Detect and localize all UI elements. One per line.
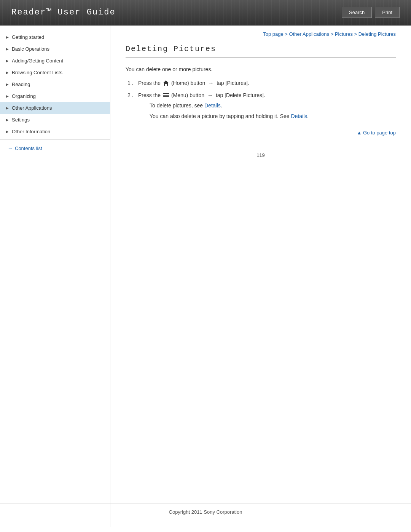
sidebar-item-other-information[interactable]: ▶ Other Information xyxy=(0,126,110,137)
step-2-detail2-suffix: . xyxy=(307,113,309,119)
breadcrumb: Top page > Other Applications > Pictures… xyxy=(126,31,396,37)
page-number: 119 xyxy=(126,152,396,158)
step-2-number: 2 . xyxy=(127,91,135,100)
step-1-middle: (Home) button xyxy=(171,80,205,86)
step-2-detail1-link[interactable]: Details xyxy=(204,102,221,109)
breadcrumb-sep1: > xyxy=(284,31,289,37)
step-2-detail1: To delete pictures, see Details. xyxy=(150,101,309,110)
breadcrumb-sep3: > xyxy=(353,31,358,37)
sidebar-item-label: Other Information xyxy=(12,129,102,134)
step-1: 1 . Press the (Home) button → tap [Pictu… xyxy=(127,79,396,88)
step-2-arrow: → xyxy=(207,92,213,98)
chevron-right-icon: ▶ xyxy=(6,47,9,51)
header-title: Reader™ User Guide xyxy=(11,8,116,17)
sidebar-item-label: Basic Operations xyxy=(12,46,102,52)
sidebar-item-label: Getting started xyxy=(12,34,102,40)
breadcrumb-other-applications[interactable]: Other Applications xyxy=(289,31,330,37)
sidebar-item-getting-started[interactable]: ▶ Getting started xyxy=(0,31,110,43)
steps-list: 1 . Press the (Home) button → tap [Pictu… xyxy=(127,79,396,121)
chevron-right-icon: ▶ xyxy=(6,35,9,39)
sidebar-item-adding-getting-content[interactable]: ▶ Adding/Getting Content xyxy=(0,55,110,67)
chevron-right-icon: ▶ xyxy=(6,70,9,75)
sidebar-item-label: Organizing xyxy=(12,93,102,99)
breadcrumb-current: Deleting Pictures xyxy=(358,31,396,37)
go-top-link[interactable]: ▲ Go to page top xyxy=(357,130,396,136)
contents-list-label: Contents list xyxy=(15,145,42,151)
step-1-number: 1 . xyxy=(127,79,135,88)
chevron-right-icon: ▶ xyxy=(6,129,9,134)
step-2-content: Press the (Menu) button → tap [Delete Pi… xyxy=(138,91,309,121)
sidebar-item-browsing-content-lists[interactable]: ▶ Browsing Content Lists xyxy=(0,67,110,78)
menu-icon xyxy=(163,93,169,98)
step-2: 2 . Press the (Menu) button → tap [ xyxy=(127,91,396,121)
copyright-text: Copyright 2011 Sony Corporation xyxy=(169,509,242,515)
sidebar-item-reading[interactable]: ▶ Reading xyxy=(0,78,110,90)
sidebar-divider xyxy=(0,139,110,140)
contents-list-link[interactable]: → Contents list xyxy=(0,142,110,155)
step-1-arrow: → xyxy=(208,80,213,86)
sidebar-item-label: Reading xyxy=(12,81,102,87)
step-1-prefix: Press the xyxy=(138,80,161,86)
sidebar-item-label: Settings xyxy=(12,117,102,123)
content-body: You can delete one or more pictures. 1 .… xyxy=(126,65,396,137)
step-2-detail2-prefix: You can also delete a picture by tapping… xyxy=(150,113,291,119)
main-content: Top page > Other Applications > Pictures… xyxy=(110,26,411,527)
chevron-right-icon: ▶ xyxy=(6,118,9,122)
header-buttons: Search Print xyxy=(342,7,400,18)
step-2-detail2-link[interactable]: Details xyxy=(291,113,307,119)
step-2-prefix: Press the xyxy=(138,92,161,98)
header: Reader™ User Guide Search Print xyxy=(0,0,411,26)
print-button[interactable]: Print xyxy=(375,7,400,18)
footer: Copyright 2011 Sony Corporation xyxy=(0,503,411,521)
step-1-suffix: tap [Pictures]. xyxy=(217,80,249,86)
step-2-detail1-suffix: . xyxy=(221,102,222,109)
home-icon xyxy=(163,80,169,86)
chevron-right-icon: ▶ xyxy=(6,94,9,98)
sidebar-item-label: Other Applications xyxy=(12,105,102,111)
intro-text: You can delete one or more pictures. xyxy=(126,65,396,74)
arrow-right-icon: → xyxy=(8,145,13,151)
breadcrumb-sep2: > xyxy=(329,31,335,37)
sidebar-item-label: Adding/Getting Content xyxy=(12,58,102,64)
chevron-right-icon: ▶ xyxy=(6,82,9,86)
step-2-middle: (Menu) button xyxy=(171,92,204,98)
sidebar: ▶ Getting started ▶ Basic Operations ▶ A… xyxy=(0,26,110,527)
chevron-right-icon: ▶ xyxy=(6,59,9,63)
breadcrumb-top-page[interactable]: Top page xyxy=(263,31,284,37)
step-2-suffix: tap [Delete Pictures]. xyxy=(216,92,265,98)
sidebar-item-label: Browsing Content Lists xyxy=(12,70,102,75)
step-2-detail2: You can also delete a picture by tapping… xyxy=(150,112,309,121)
sidebar-item-settings[interactable]: ▶ Settings xyxy=(0,114,110,126)
go-to-page-top: ▲ Go to page top xyxy=(126,129,396,137)
search-button[interactable]: Search xyxy=(342,7,372,18)
sidebar-item-basic-operations[interactable]: ▶ Basic Operations xyxy=(0,43,110,55)
sidebar-item-organizing[interactable]: ▶ Organizing xyxy=(0,90,110,102)
breadcrumb-pictures[interactable]: Pictures xyxy=(335,31,353,37)
sidebar-item-other-applications[interactable]: ▶ Other Applications xyxy=(0,102,110,114)
step-2-detail1-prefix: To delete pictures, see xyxy=(150,102,204,109)
page-layout: ▶ Getting started ▶ Basic Operations ▶ A… xyxy=(0,26,411,527)
step-1-content: Press the (Home) button → tap [Pictures]… xyxy=(138,79,249,88)
chevron-right-icon: ▶ xyxy=(6,106,9,110)
page-title: Deleting Pictures xyxy=(126,45,396,58)
